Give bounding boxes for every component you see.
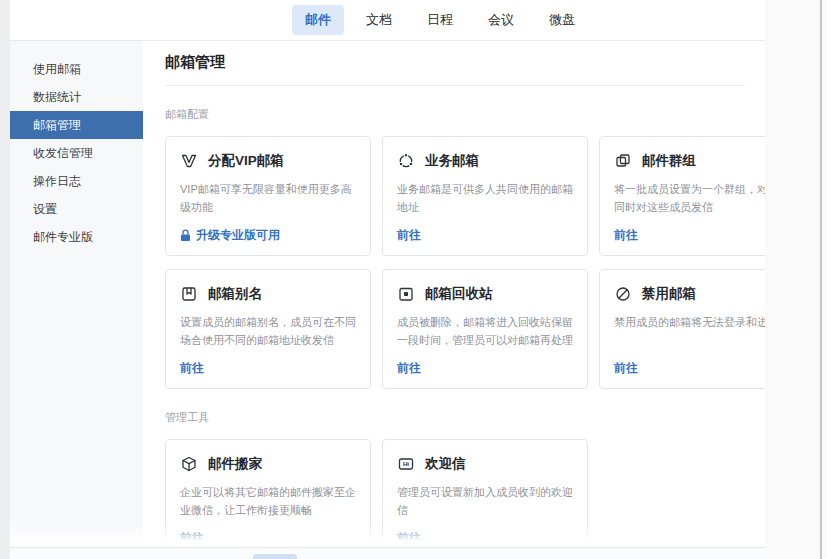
- tab-calendar[interactable]: 日程: [414, 5, 466, 35]
- svg-text:Hi: Hi: [403, 460, 409, 467]
- card-description: 设置成员的邮箱别名，成员可在不同场合使用不同的邮箱地址收发信: [180, 313, 356, 349]
- card-title: 邮件搬家: [208, 455, 262, 473]
- prohibit-icon: [614, 285, 632, 303]
- title-divider: [165, 85, 745, 86]
- overlap-squares-icon: [614, 152, 632, 170]
- partially-visible-button: [253, 554, 297, 559]
- card-title: 邮件群组: [642, 152, 696, 170]
- sidebar-item-mailbox-management[interactable]: 邮箱管理: [10, 111, 143, 139]
- card-mailbox-recycle-bin[interactable]: 邮箱回收站 成员被删除，邮箱将进入回收站保留一段时间，管理员可以对邮箱再处理 前…: [382, 269, 588, 389]
- sidebar-item-data-statistics[interactable]: 数据统计: [10, 83, 143, 111]
- mailbox-config-cards: 分配VIP邮箱 VIP邮箱可享无限容量和使用更多高级功能 升级专业版可用: [165, 136, 765, 389]
- outer-left-strip: [0, 0, 10, 559]
- card-mail-group[interactable]: 邮件群组 将一批成员设置为一个群组，对群组发信相当于同时对这些成员发信 前往: [599, 136, 765, 256]
- tab-docs[interactable]: 文档: [353, 5, 405, 35]
- shared-circle-icon: [397, 152, 415, 170]
- go-link[interactable]: 前往: [397, 227, 421, 244]
- management-tools-cards: 邮件搬家 企业可以将其它邮箱的邮件搬家至企业微信，让工作衔接更顺畅 前往 Hi …: [165, 439, 765, 548]
- sidebar-item-operation-log[interactable]: 操作日志: [10, 167, 143, 195]
- vip-v-icon: [180, 152, 198, 170]
- go-link[interactable]: 前往: [180, 530, 204, 547]
- bookmark-square-icon: [180, 285, 198, 303]
- welcome-hi-icon: Hi: [397, 455, 415, 473]
- card-mail-migration[interactable]: 邮件搬家 企业可以将其它邮箱的邮件搬家至企业微信，让工作衔接更顺畅 前往: [165, 439, 371, 548]
- card-title: 分配VIP邮箱: [208, 152, 284, 170]
- card-title: 业务邮箱: [425, 152, 479, 170]
- card-description: 成员被删除，邮箱将进入回收站保留一段时间，管理员可以对邮箱再处理: [397, 313, 573, 349]
- lock-icon: [180, 229, 191, 242]
- tab-meeting[interactable]: 会议: [475, 5, 527, 35]
- card-title: 禁用邮箱: [642, 285, 696, 303]
- card-description: 企业可以将其它邮箱的邮件搬家至企业微信，让工作衔接更顺畅: [180, 483, 356, 519]
- go-link[interactable]: 前往: [180, 360, 204, 377]
- card-description: VIP邮箱可享无限容量和使用更多高级功能: [180, 180, 356, 216]
- card-description: 将一批成员设置为一个群组，对群组发信相当于同时对这些成员发信: [614, 180, 765, 216]
- outer-right-margin: [765, 0, 827, 559]
- sidebar: 使用邮箱 数据统计 邮箱管理 收发信管理 操作日志 设置 邮件专业版: [10, 41, 143, 548]
- card-welcome-letter[interactable]: Hi 欢迎信 管理员可设置新加入成员收到的欢迎信 前往: [382, 439, 588, 548]
- card-title: 邮箱别名: [208, 285, 262, 303]
- upgrade-pro-link[interactable]: 升级专业版可用: [180, 227, 280, 244]
- tab-mail[interactable]: 邮件: [292, 5, 344, 35]
- go-link[interactable]: 前往: [614, 360, 638, 377]
- cube-icon: [180, 455, 198, 473]
- go-link[interactable]: 前往: [614, 227, 638, 244]
- go-link[interactable]: 前往: [397, 360, 421, 377]
- bottom-band: [10, 549, 765, 559]
- card-title: 欢迎信: [425, 455, 466, 473]
- page-title: 邮箱管理: [165, 53, 765, 72]
- card-description: 管理员可设置新加入成员收到的欢迎信: [397, 483, 573, 519]
- sidebar-item-mail-pro-edition[interactable]: 邮件专业版: [10, 223, 143, 251]
- card-mailbox-alias[interactable]: 邮箱别名 设置成员的邮箱别名，成员可在不同场合使用不同的邮箱地址收发信 前往: [165, 269, 371, 389]
- card-business-mailbox[interactable]: 业务邮箱 业务邮箱是可供多人共同使用的邮箱地址 前往: [382, 136, 588, 256]
- card-description: 业务邮箱是可供多人共同使用的邮箱地址: [397, 180, 573, 216]
- app-window: 邮件 文档 日程 会议 微盘 使用邮箱 数据统计 邮箱管理 收发信管理 操作日志…: [10, 0, 765, 548]
- card-title: 邮箱回收站: [425, 285, 493, 303]
- top-navigation: 邮件 文档 日程 会议 微盘: [10, 0, 765, 41]
- main-content: 邮箱管理 邮箱配置 分配VIP邮箱 VIP邮箱可享无限容量和使用更多高级功能: [143, 41, 765, 548]
- sidebar-item-use-mailbox[interactable]: 使用邮箱: [10, 55, 143, 83]
- tab-drive[interactable]: 微盘: [536, 5, 588, 35]
- sidebar-item-send-receive-management[interactable]: 收发信管理: [10, 139, 143, 167]
- go-link[interactable]: 前往: [397, 530, 421, 547]
- sidebar-item-settings[interactable]: 设置: [10, 195, 143, 223]
- window-edge-line: [820, 0, 822, 559]
- card-description: 禁用成员的邮箱将无法登录和进行收发信: [614, 313, 765, 331]
- section-label-mailbox-config: 邮箱配置: [165, 107, 765, 122]
- card-disable-mailbox[interactable]: 禁用邮箱 禁用成员的邮箱将无法登录和进行收发信 前往: [599, 269, 765, 389]
- card-assign-vip-mailbox[interactable]: 分配VIP邮箱 VIP邮箱可享无限容量和使用更多高级功能 升级专业版可用: [165, 136, 371, 256]
- section-label-management-tools: 管理工具: [165, 410, 765, 425]
- recycle-square-icon: [397, 285, 415, 303]
